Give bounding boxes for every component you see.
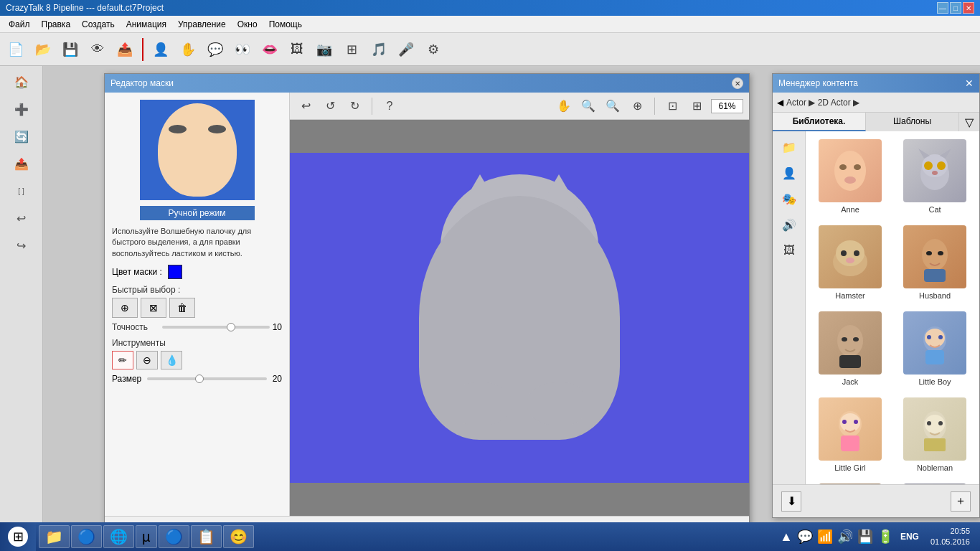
toolbar-export[interactable]: 📤 (112, 37, 138, 62)
toolbar-voice[interactable]: 💬 (202, 37, 228, 62)
mask-tool-zoom-out[interactable]: 🔍 (578, 96, 598, 116)
toolbar-auto[interactable]: ⚙ (420, 37, 446, 62)
cm-side-audio[interactable]: 🔊 (776, 213, 802, 236)
quick-btn-lasso[interactable]: ⊠ (141, 298, 166, 318)
mask-editor-header: Редактор маски ✕ (105, 74, 749, 93)
tool-brush[interactable]: ✏ (112, 351, 133, 369)
taskbar-item-ie[interactable]: 🌐 (103, 525, 134, 548)
cat-paw-left (455, 382, 512, 425)
mask-tool-fit[interactable]: ⊡ (662, 96, 682, 116)
taskbar-item-explorer[interactable]: 📁 (39, 525, 70, 548)
toolbar-grid[interactable]: ⊞ (339, 37, 364, 62)
toolbar-sound[interactable]: 🎵 (366, 37, 392, 62)
mask-toolbar-sep2 (654, 98, 655, 115)
close-button[interactable]: ✕ (963, 2, 974, 14)
cm-bottom-bar: ⬇ ＋ (773, 484, 979, 517)
cm-side-folder[interactable]: 📁 (776, 136, 802, 159)
toolbar-photo[interactable]: 🖼 (284, 37, 310, 62)
taskbar-item-utorrent[interactable]: µ (136, 525, 157, 548)
svg-point-31 (842, 420, 847, 424)
size-slider[interactable] (147, 377, 266, 380)
cm-tab-library[interactable]: Библиотека. (773, 113, 866, 131)
precision-thumb[interactable] (227, 323, 235, 331)
menu-help[interactable]: Помощь (263, 18, 308, 31)
cm-title: Менеджер контента (778, 78, 858, 88)
cat-paw-right (527, 382, 584, 425)
cm-side-props[interactable]: 🎭 (776, 187, 802, 210)
mask-tool-zoom-reset[interactable]: ⊕ (627, 96, 647, 116)
toolbar-record[interactable]: 🎤 (393, 37, 419, 62)
mask-tool-frame[interactable]: ⊞ (687, 96, 707, 116)
tool-eraser[interactable]: ⊖ (136, 351, 158, 369)
cm-item-more1[interactable] (809, 479, 892, 484)
cm-item-more2[interactable] (893, 479, 976, 484)
start-button[interactable]: ⊞ (0, 522, 36, 551)
cm-item-jack[interactable]: Jack (809, 306, 892, 391)
cm-tab-templates[interactable]: Шаблоны (866, 113, 959, 131)
color-swatch[interactable] (168, 265, 182, 279)
toolbar-motion[interactable]: ✋ (175, 37, 201, 62)
precision-label: Точность (112, 322, 162, 332)
mask-editor-close[interactable]: ✕ (732, 77, 743, 89)
cm-label-husband: Husband (919, 291, 951, 300)
cm-item-little-girl[interactable]: Little Girl (809, 392, 892, 477)
sidebar-expand[interactable]: [ ] (5, 178, 38, 204)
toolbar-mouth[interactable]: 👄 (257, 37, 283, 62)
left-sidebar: 🏠 ➕ 🔄 📤 [ ] ↩ ↪ (0, 66, 43, 522)
svg-point-13 (841, 250, 847, 256)
toolbar-save[interactable]: 💾 (57, 37, 83, 62)
taskbar-item-crazytalk[interactable]: 😊 (223, 525, 254, 548)
cm-item-cat[interactable]: Cat (893, 134, 976, 219)
menu-animation[interactable]: Анимация (121, 18, 172, 31)
sidebar-redo[interactable]: ↪ (5, 232, 38, 258)
taskbar-item-chrome[interactable]: 🔵 (159, 525, 189, 548)
mask-editor-dialog: Редактор маски ✕ Ручной режим Используйт… (104, 73, 750, 522)
tool-fill[interactable]: 💧 (161, 351, 182, 369)
sidebar-undo[interactable]: ↩ (5, 205, 38, 231)
quick-btn-delete[interactable]: 🗑 (169, 298, 195, 318)
cm-item-hamster[interactable]: Hamster (809, 220, 892, 305)
toolbar-open[interactable]: 📂 (30, 37, 56, 62)
minimize-button[interactable]: — (937, 2, 948, 14)
sidebar-add[interactable]: ➕ (5, 96, 38, 122)
cm-item-anne[interactable]: Anne (809, 134, 892, 219)
mask-tool-undo2[interactable]: ↩ (296, 96, 316, 116)
mask-tool-redo-back[interactable]: ↺ (320, 96, 340, 116)
taskbar-item-skype[interactable]: 🔵 (71, 525, 102, 548)
cm-close-button[interactable]: ✕ (965, 77, 974, 89)
cm-side-person[interactable]: 👤 (776, 161, 802, 184)
cm-item-husband[interactable]: Husband (893, 220, 976, 305)
sidebar-refresh[interactable]: 🔄 (5, 123, 38, 149)
taskbar-items: 📁 🔵 🌐 µ 🔵 📋 😊 (36, 525, 774, 548)
sidebar-export2[interactable]: 📤 (5, 151, 38, 176)
toolbar-actor[interactable]: 👤 (148, 37, 174, 62)
menu-window[interactable]: Окно (232, 18, 263, 31)
cm-tab-expand[interactable]: ▽ (959, 113, 979, 131)
cm-add-button[interactable]: ＋ (951, 491, 971, 512)
mask-tool-zoom-in[interactable]: 🔍 (603, 96, 623, 116)
menu-file[interactable]: Файл (3, 18, 36, 31)
cm-back-icon[interactable]: ◀ (777, 98, 783, 108)
menu-create[interactable]: Создать (76, 18, 121, 31)
size-thumb[interactable] (195, 375, 204, 383)
cm-download-button[interactable]: ⬇ (781, 491, 801, 512)
cm-side-image[interactable]: 🖼 (776, 239, 802, 262)
menu-control[interactable]: Управление (172, 18, 232, 31)
precision-slider[interactable] (162, 326, 270, 329)
cm-item-nobleman[interactable]: Nobleman (893, 392, 976, 477)
quick-btn-wand[interactable]: ⊕ (112, 298, 138, 318)
menu-edit[interactable]: Правка (36, 18, 77, 31)
toolbar-video[interactable]: 📷 (311, 37, 337, 62)
maximize-button[interactable]: □ (950, 2, 961, 14)
toolbar-eye[interactable]: 👀 (230, 37, 255, 62)
tray-up-arrow[interactable]: ▲ (780, 529, 793, 545)
sidebar-home[interactable]: 🏠 (5, 69, 38, 95)
mask-tool-redo2[interactable]: ↻ (344, 96, 364, 116)
mask-tool-pan[interactable]: ✋ (554, 96, 574, 116)
taskbar-item-docs[interactable]: 📋 (191, 525, 222, 548)
tray-msg: 💬 (797, 529, 813, 545)
cm-item-little-boy[interactable]: Little Boy (893, 306, 976, 391)
mask-tool-help[interactable]: ? (380, 96, 400, 116)
toolbar-preview[interactable]: 👁 (85, 37, 110, 62)
toolbar-new[interactable]: 📄 (3, 37, 29, 62)
